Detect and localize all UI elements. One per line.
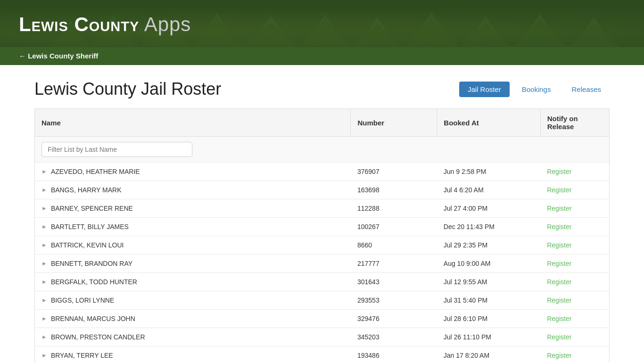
cell-number: 8660 (351, 236, 437, 255)
register-link[interactable]: Register (547, 333, 571, 341)
inmate-name: BROWN, PRESTON CANDLER (51, 333, 145, 341)
table-row: ► BROWN, PRESTON CANDLER 345203 Jul 26 1… (35, 328, 610, 346)
table-row: ► BIGGS, LORI LYNNE 293553 Jul 31 5:40 P… (35, 291, 610, 310)
table-row: ► BATTRICK, KEVIN LOUI 8660 Jul 29 2:35 … (35, 236, 610, 255)
cell-booked-at: Jul 4 6:20 AM (437, 181, 540, 199)
row-chevron: ► (41, 187, 47, 193)
svg-marker-9 (243, 23, 299, 47)
register-link[interactable]: Register (547, 168, 571, 175)
register-link[interactable]: Register (547, 315, 571, 322)
svg-marker-19 (512, 20, 568, 47)
svg-marker-15 (403, 19, 460, 47)
svg-marker-13 (351, 24, 403, 47)
cell-number: 112288 (351, 199, 437, 218)
cell-booked-at: Jul 28 6:10 PM (437, 310, 540, 328)
row-chevron: ► (41, 334, 47, 340)
register-link[interactable]: Register (547, 278, 571, 286)
cell-number: 193486 (351, 346, 437, 362)
cell-notify: Register (540, 328, 609, 346)
cell-name: ► BERGFALK, TODD HUNTER (35, 273, 351, 291)
cell-notify: Register (540, 181, 609, 199)
page-header: Lewis County Jail Roster Jail Roster Boo… (34, 79, 610, 99)
cell-booked-at: Jul 29 2:35 PM (437, 236, 540, 255)
inmate-name: BANGS, HARRY MARK (51, 186, 122, 194)
cell-number: 376907 (351, 163, 437, 181)
header-nav: ← Lewis County Sheriff (0, 47, 644, 65)
back-to-sheriff-link[interactable]: ← Lewis County Sheriff (19, 52, 98, 60)
inmate-name: BARTLETT, BILLY JAMES (51, 223, 129, 230)
cell-number: 301643 (351, 273, 437, 291)
table-row: ► BENNETT, BRANDON RAY 217777 Aug 10 9:0… (35, 255, 610, 273)
svg-marker-17 (460, 23, 512, 47)
cell-booked-at: Dec 20 11:43 PM (437, 218, 540, 236)
cell-booked-at: Jul 31 5:40 PM (437, 291, 540, 310)
row-chevron: ► (41, 279, 47, 285)
row-chevron: ► (41, 297, 47, 304)
row-chevron: ► (41, 223, 47, 230)
table-row: ► BRYAN, TERRY LEE 193486 Jan 17 8:20 AM… (35, 346, 610, 362)
cell-notify: Register (540, 255, 609, 273)
cell-notify: Register (540, 291, 609, 310)
table-row: ► BRENNAN, MARCUS JOHN 329476 Jul 28 6:1… (35, 310, 610, 328)
cell-number: 163698 (351, 181, 437, 199)
cell-name: ► BIGGS, LORI LYNNE (35, 291, 351, 310)
table-row: ► BERGFALK, TODD HUNTER 301643 Jul 12 9:… (35, 273, 610, 291)
cell-notify: Register (540, 310, 609, 328)
svg-marker-11 (299, 20, 351, 47)
inmate-name: BIGGS, LORI LYNNE (51, 296, 114, 304)
cell-booked-at: Jul 12 9:55 AM (437, 273, 540, 291)
col-header-number: Number (351, 109, 437, 137)
cell-number: 217777 (351, 255, 437, 273)
register-link[interactable]: Register (547, 260, 571, 267)
cell-notify: Register (540, 163, 609, 181)
register-link[interactable]: Register (547, 296, 571, 304)
table-body: ► AZEVEDO, HEATHER MARIE 376907 Jun 9 2:… (35, 137, 610, 362)
cell-name: ► BENNETT, BRANDON RAY (35, 255, 351, 273)
cell-name: ► BRENNAN, MARCUS JOHN (35, 310, 351, 328)
cell-booked-at: Jul 27 4:00 PM (437, 199, 540, 218)
tab-group: Jail Roster Bookings Releases (459, 82, 610, 97)
cell-name: ► BRYAN, TERRY LEE (35, 346, 351, 362)
page-title: Lewis County Jail Roster (34, 79, 221, 99)
cell-name: ► BARNEY, SPENCER RENE (35, 199, 351, 218)
cell-name: ► BARTLETT, BILLY JAMES (35, 218, 351, 236)
row-chevron: ► (41, 242, 47, 248)
table-row: ► BARNEY, SPENCER RENE 112288 Jul 27 4:0… (35, 199, 610, 218)
tab-releases[interactable]: Releases (563, 82, 610, 97)
col-header-booked: Booked At (437, 109, 540, 137)
register-link[interactable]: Register (547, 223, 571, 230)
inmate-name: BRYAN, TERRY LEE (51, 352, 113, 359)
cell-name: ► AZEVEDO, HEATHER MARIE (35, 163, 351, 181)
svg-marker-21 (568, 24, 620, 47)
cell-notify: Register (540, 236, 609, 255)
register-link[interactable]: Register (547, 205, 571, 212)
cell-notify: Register (540, 346, 609, 362)
row-chevron: ► (41, 205, 47, 212)
site-title-light: Apps (139, 13, 191, 35)
header-row: Name Number Booked At Notify on Release (35, 109, 610, 137)
filter-cell (35, 137, 610, 163)
filter-input[interactable] (41, 142, 192, 157)
row-chevron: ► (41, 168, 47, 175)
roster-table: Name Number Booked At Notify on Release … (34, 108, 610, 362)
cell-booked-at: Jun 9 2:58 PM (437, 163, 540, 181)
register-link[interactable]: Register (547, 241, 571, 249)
inmate-name: BRENNAN, MARCUS JOHN (51, 315, 135, 322)
inmate-name: AZEVEDO, HEATHER MARIE (51, 168, 140, 175)
table-header: Name Number Booked At Notify on Release (35, 109, 610, 137)
filter-row (35, 137, 610, 163)
cell-number: 293553 (351, 291, 437, 310)
site-title: Lewis County Apps (19, 13, 191, 36)
row-chevron: ► (41, 352, 47, 359)
cell-name: ► BROWN, PRESTON CANDLER (35, 328, 351, 346)
cell-number: 345203 (351, 328, 437, 346)
register-link[interactable]: Register (547, 186, 571, 194)
cell-number: 100267 (351, 218, 437, 236)
register-link[interactable]: Register (547, 352, 571, 359)
site-title-bold: Lewis County (19, 13, 139, 35)
inmate-name: BATTRICK, KEVIN LOUI (51, 241, 124, 249)
tab-bookings[interactable]: Bookings (513, 82, 560, 97)
tab-jail-roster[interactable]: Jail Roster (459, 82, 510, 97)
cell-booked-at: Jul 26 11:10 PM (437, 328, 540, 346)
inmate-name: BERGFALK, TODD HUNTER (51, 278, 137, 286)
